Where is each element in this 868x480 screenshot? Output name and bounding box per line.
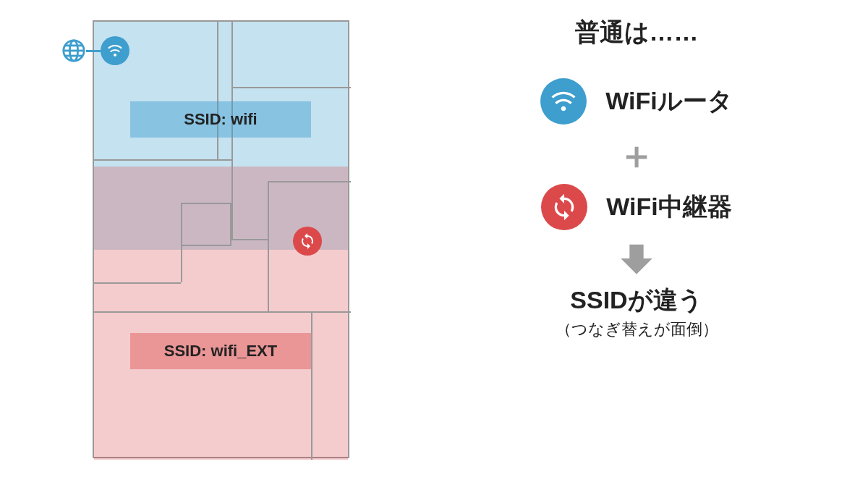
- conclusion-sub: （つなぎ替えが面倒）: [448, 319, 825, 340]
- ssid-extender-label: SSID: wifi_EXT: [130, 333, 311, 369]
- globe-icon: [61, 38, 86, 63]
- internet-to-router: [61, 36, 129, 65]
- extender-row: WiFi中継器: [448, 184, 825, 230]
- plus-symbol: ＋: [448, 130, 825, 181]
- arrow-down-icon: [616, 237, 658, 279]
- extender-badge-large: [541, 184, 587, 230]
- explanation-heading: 普通は……: [448, 16, 825, 49]
- wifi-icon: [549, 87, 578, 116]
- wall: [268, 181, 351, 182]
- wall: [181, 203, 231, 246]
- wifi-icon: [106, 42, 124, 59]
- explanation-panel: 普通は…… WiFiルータ ＋ WiFi中継器 SSIDが違う （つなぎ替えが面…: [448, 16, 825, 340]
- conclusion: SSIDが違う: [448, 284, 825, 317]
- sync-icon: [550, 193, 579, 222]
- extender-label: WiFi中継器: [606, 190, 731, 224]
- sync-icon: [299, 232, 316, 250]
- router-badge: [101, 36, 129, 65]
- ssid-router-label: SSID: wifi: [130, 101, 311, 138]
- link-line: [86, 50, 101, 52]
- diagram-canvas: SSID: wifi SSID: wifi_EXT 普通は……: [0, 0, 868, 480]
- extender-badge: [293, 227, 322, 256]
- wall: [268, 181, 269, 311]
- wall: [231, 239, 268, 240]
- wall: [94, 282, 181, 284]
- wall: [217, 22, 218, 159]
- wall: [311, 311, 312, 460]
- wall: [181, 246, 182, 282]
- router-badge-large: [540, 78, 587, 125]
- router-label: WiFiルータ: [605, 85, 732, 118]
- wall: [94, 159, 231, 161]
- router-row: WiFiルータ: [448, 78, 825, 125]
- floor-plan: SSID: wifi SSID: wifi_EXT: [93, 20, 349, 458]
- wall: [231, 87, 351, 88]
